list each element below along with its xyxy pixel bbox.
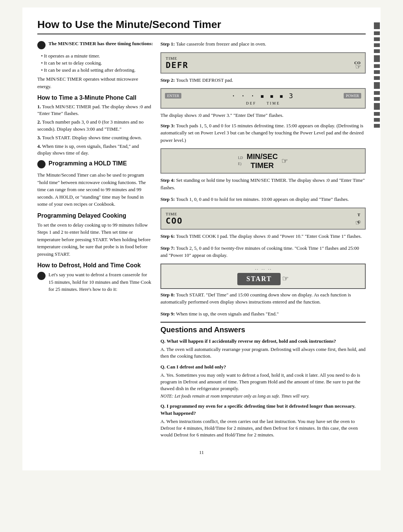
panel-defrost-inner: TIME DEFR CO [166, 56, 360, 70]
qa-heading: Questions and Answers [160, 322, 366, 334]
right-step-8: Step 8: Touch START. "Def Time" and 15:0… [160, 291, 366, 306]
intro-section: The MIN/SEC TIMER has three timing funct… [37, 40, 153, 49]
right-step-2: Step 2: Touch TIME DEFROST pad. [160, 77, 366, 84]
panel-minsec-left: LD E) [238, 155, 243, 167]
step1-label: Step 1: [160, 41, 175, 47]
step3-label: Step 3: [160, 123, 175, 128]
step8-label: Step 8: [160, 292, 175, 298]
intro-body: The MIN/SEC TIMER operates without micro… [37, 75, 153, 90]
section4-intro: Let's say you want to defrost a frozen c… [37, 271, 153, 293]
power-key: POWER [344, 93, 361, 99]
hold-section: Programming a HOLD TIME [37, 159, 153, 169]
right-step-9: Step 9: When time is up, the oven signal… [160, 310, 366, 318]
bullet-item-2: It can be set to delay cooking. [41, 60, 153, 66]
step-1-2: 2. Touch number pads 3, 0 and 0 (for 3 m… [37, 119, 153, 132]
bullet-icon-hold [37, 160, 46, 168]
panel-timecook-label: TIME COO [166, 212, 183, 225]
step7-label: Step 7: [160, 245, 175, 251]
finger-icon-2: ☞ [281, 156, 288, 165]
step2-label: Step 2: [160, 77, 175, 83]
start-dots: · · · · · · [164, 267, 362, 271]
enter-row: ENTER · · · ▪ ▪ ▪ 3 POWER [165, 92, 361, 100]
right-step-5: Step 5: Touch 1, 0, 0 and 0 to hold for … [160, 196, 366, 203]
step6-label: Step 6: [160, 233, 175, 239]
step3-text: Touch pads 1, 5, 0 and 0 for 15 minutes … [160, 123, 363, 143]
step7-text: Touch 2, 5, 0 and 0 for twenty-five minu… [160, 245, 359, 258]
qa-q-1: Q. What will happen if I accidentally re… [160, 338, 366, 345]
intro-text: The MIN/SEC TIMER has three timing funct… [49, 40, 153, 47]
right-step-7: Step 7: Touch 2, 5, 0 and 0 for twenty-f… [160, 245, 366, 259]
intro-heading: The MIN/SEC TIMER has three timing funct… [49, 41, 153, 46]
panel-minsec: LD E) MIN/SEC TIMER ☞ [160, 148, 366, 174]
enter-key: ENTER [165, 93, 181, 99]
step4-label: Step 4: [160, 177, 175, 183]
step4-text: Set standing or hold time by touching MI… [160, 177, 365, 190]
qa-q-3: Q. I programmed my oven for a specific d… [160, 403, 366, 416]
step8-text: Touch START. "Def Time" and 15:00 counti… [160, 292, 351, 305]
qa-a-1: A. The oven will automatically rearrange… [160, 346, 366, 360]
start-button-display: START [237, 273, 281, 285]
panel-defrost: TIME DEFR CO ☞ [160, 52, 366, 74]
qa-q-2: Q. Can I defrost and hold only? [160, 364, 366, 370]
qa-item-1: Q. What will happen if I accidentally re… [160, 338, 366, 360]
left-column: The MIN/SEC TIMER has three timing funct… [37, 40, 153, 442]
bullet-item-3: It can be used as a hold setting after d… [41, 67, 153, 73]
page: How to Use the Minute/Second Timer The M… [22, 7, 381, 470]
page-title: How to Use the Minute/Second Timer [37, 19, 366, 34]
step5-label: Step 5: [160, 196, 175, 202]
section2-heading: Programming a HOLD TIME [49, 160, 127, 167]
right-step-6: Step 6: Touch TIME COOK I pad. The displ… [160, 233, 366, 240]
panel-timecook-inner: TIME COO T C [166, 211, 360, 226]
panel-defrost-label: TIME DEFR [166, 56, 188, 70]
section2-body: The Minute/Second Timer can also be used… [37, 171, 153, 208]
step6-text: Touch TIME COOK I pad. The display shows… [176, 233, 362, 239]
panel2-note: The display shows :0 and "Power 3." "Ent… [160, 112, 366, 119]
panel-timecook: TIME COO T C ☞ [160, 208, 366, 230]
right-column: Step 1: Take casserole from freezer and … [160, 40, 366, 442]
finger-icon-3: ☞ [355, 219, 361, 227]
panel-start: · · · · · · START ☞ [160, 264, 366, 289]
qa-section: Questions and Answers Q. What will happe… [160, 322, 366, 438]
panel-enter: ENTER · · · ▪ ▪ ▪ 3 POWER DEF TIME [160, 88, 366, 109]
finger-icon: ☞ [355, 63, 361, 71]
qa-a-3: A. When instructions conflict, the oven … [160, 418, 366, 439]
section1-heading: How to Time a 3-Minute Phone Call [37, 94, 153, 101]
right-step-4: Step 4: Set standing or hold time by tou… [160, 177, 366, 191]
main-content: The MIN/SEC TIMER has three timing funct… [37, 40, 366, 442]
section1-steps: 1. Touch MIN/SEC TIMER pad. The display … [37, 103, 153, 156]
step9-label: Step 9: [160, 311, 175, 317]
qa-item-2: Q. Can I defrost and hold only? A. Yes. … [160, 364, 366, 399]
bullet-icon-intro [37, 41, 46, 49]
intro-bullets: It operates as a minute timer. It can be… [41, 53, 153, 73]
section4-heading: How to Defrost, Hold and Time Cook [37, 262, 153, 269]
step-1-3: 3. Touch START. Display shows time count… [37, 134, 153, 141]
qa-item-3: Q. I programmed my oven for a specific d… [160, 403, 366, 438]
section3-body: To set the oven to delay cooking up to 9… [37, 221, 153, 258]
step9-text: When time is up, the oven signals and fl… [176, 311, 279, 317]
binding-marks [374, 22, 381, 128]
bullet-item-1: It operates as a minute timer. [41, 53, 153, 59]
right-step-1: Step 1: Take casserole from freezer and … [160, 40, 366, 48]
step5-text: Touch 1, 0, 0 and 0 to hold for ten minu… [176, 196, 349, 202]
step2-text: Touch TIME DEFROST pad. [176, 77, 233, 83]
panel-dots: · · · ▪ ▪ ▪ 3 [231, 92, 294, 100]
step1-text: Take casserole from freezer and place in… [176, 41, 266, 47]
qa-note-2: NOTE: Let foods remain at room temperatu… [160, 393, 366, 399]
bullet-icon-defrost [37, 272, 46, 280]
finger-icon-4: ☞ [282, 274, 289, 283]
right-step-3: Step 3: Touch pads 1, 5, 0 and 0 for 15 … [160, 122, 366, 144]
def-time-label: DEF TIME [165, 101, 361, 105]
step-1-4: 4. When time is up, oven signals, flashe… [37, 143, 153, 156]
page-number: 11 [37, 449, 366, 455]
panel-minsec-center: MIN/SEC TIMER [247, 152, 278, 170]
section4-body: Let's say you want to defrost a frozen c… [49, 271, 153, 293]
section3-heading: Programming Delayed Cooking [37, 212, 153, 219]
step-1-1: 1. Touch MIN/SEC TIMER pad. The display … [37, 103, 153, 117]
qa-a-2: A. Yes. Sometimes you may only want to d… [160, 372, 366, 392]
